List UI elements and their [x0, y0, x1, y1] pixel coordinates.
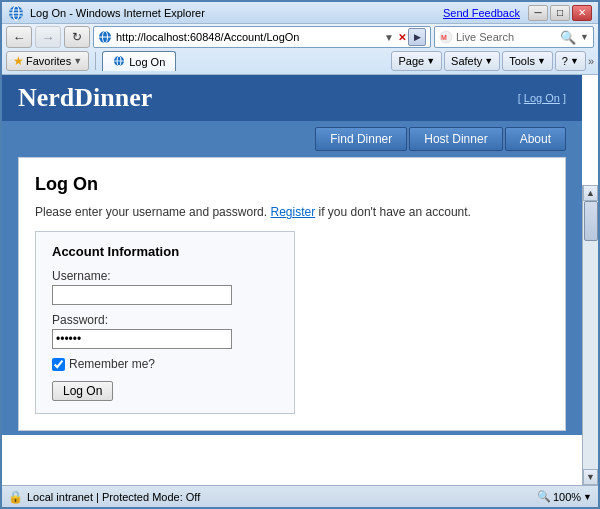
main-content: Log On Please enter your username and pa… — [18, 157, 566, 431]
window-title: Log On - Windows Internet Explorer — [30, 7, 205, 19]
instructions-text: Please enter your username and password.… — [35, 205, 549, 219]
scrollbar-track[interactable] — [583, 201, 598, 469]
toolbar-divider — [95, 52, 96, 70]
about-button[interactable]: About — [505, 127, 566, 151]
password-input[interactable] — [52, 329, 232, 349]
address-dropdown-btn[interactable]: ▼ — [382, 32, 396, 43]
back-arrow-icon: ← — [13, 30, 26, 45]
help-button[interactable]: ? ▼ — [555, 51, 586, 71]
close-button[interactable]: ✕ — [572, 5, 592, 21]
account-info-box: Account Information Username: Password: … — [35, 231, 295, 414]
back-button[interactable]: ← — [6, 26, 32, 48]
find-dinner-button[interactable]: Find Dinner — [315, 127, 407, 151]
maximize-button[interactable]: □ — [550, 5, 570, 21]
refresh-icon: ↻ — [72, 30, 82, 44]
favorites-dropdown-icon[interactable]: ▼ — [73, 56, 82, 66]
extend-btn[interactable]: » — [588, 55, 594, 67]
remember-checkbox[interactable] — [52, 358, 65, 371]
favorites-button[interactable]: ★ Favorites ▼ — [6, 51, 89, 71]
top-link-area: [ Log On ] — [518, 92, 566, 104]
top-link-suffix: ] — [560, 92, 566, 104]
address-bar[interactable]: http://localhost:60848/Account/LogOn ▼ ✕… — [93, 26, 431, 48]
browser-window: Log On - Windows Internet Explorer Send … — [0, 0, 600, 509]
remember-label: Remember me? — [69, 357, 155, 371]
remember-row: Remember me? — [52, 357, 278, 371]
zoom-level: 100% — [553, 491, 581, 503]
status-left: 🔒 Local intranet | Protected Mode: Off — [8, 490, 200, 504]
zone-icon: 🔒 — [8, 490, 23, 504]
page-area: NerdDinner [ Log On ] Find Dinner Host D… — [2, 75, 582, 507]
register-link[interactable]: Register — [270, 205, 315, 219]
app-logo: NerdDinner — [18, 83, 152, 113]
ie-page-icon — [98, 30, 112, 44]
page-label: Page — [398, 55, 424, 67]
logon-button[interactable]: Log On — [52, 381, 113, 401]
username-input[interactable] — [52, 285, 232, 305]
scroll-up-button[interactable]: ▲ — [583, 185, 598, 201]
refresh-button[interactable]: ↻ — [64, 26, 90, 48]
favorites-label: Favorites — [26, 55, 71, 67]
title-bar-left: Log On - Windows Internet Explorer — [8, 5, 205, 21]
minimize-button[interactable]: ─ — [528, 5, 548, 21]
page-button[interactable]: Page ▼ — [391, 51, 442, 71]
tools-label: Tools — [509, 55, 535, 67]
scroll-down-button[interactable]: ▼ — [583, 469, 598, 485]
password-label: Password: — [52, 313, 278, 327]
title-bar: Log On - Windows Internet Explorer Send … — [2, 2, 598, 24]
tab-label: Log On — [129, 56, 165, 68]
safety-button[interactable]: Safety ▼ — [444, 51, 500, 71]
zoom-dropdown-icon[interactable]: ▼ — [583, 492, 592, 502]
star-icon: ★ — [13, 54, 24, 68]
zoom-icon: 🔍 — [537, 490, 551, 503]
safety-dropdown-icon: ▼ — [484, 56, 493, 66]
url-text: http://localhost:60848/Account/LogOn — [116, 31, 382, 43]
tools-dropdown-icon: ▼ — [537, 56, 546, 66]
forward-button[interactable]: → — [35, 26, 61, 48]
address-x-btn[interactable]: ✕ — [396, 32, 408, 43]
send-feedback-link[interactable]: Send Feedback — [443, 7, 520, 19]
username-row: Username: — [52, 269, 278, 305]
status-bar: 🔒 Local intranet | Protected Mode: Off 🔍… — [2, 485, 598, 507]
tab-ie-icon — [113, 55, 125, 69]
zone-text: Local intranet | Protected Mode: Off — [27, 491, 200, 503]
safety-label: Safety — [451, 55, 482, 67]
vertical-scrollbar[interactable]: ▲ ▼ — [582, 185, 598, 485]
forward-arrow-icon: → — [42, 30, 55, 45]
live-search-logo: M — [439, 30, 453, 44]
search-dropdown-icon[interactable]: ▼ — [580, 32, 589, 42]
account-info-title: Account Information — [52, 244, 278, 259]
content-area: NerdDinner [ Log On ] Find Dinner Host D… — [2, 75, 598, 507]
logon-top-link[interactable]: Log On — [524, 92, 560, 104]
app-header: NerdDinner [ Log On ] — [2, 75, 582, 121]
instructions-suffix: if you don't have an account. — [319, 205, 471, 219]
username-label: Username: — [52, 269, 278, 283]
toolbar-area: ← → ↻ http://localhost:60848/Acco — [2, 24, 598, 75]
active-tab[interactable]: Log On — [102, 51, 176, 71]
toolbar-right: Page ▼ Safety ▼ Tools ▼ ? ▼ » — [391, 51, 594, 71]
tools-button[interactable]: Tools ▼ — [502, 51, 553, 71]
go-button[interactable]: ▶ — [408, 28, 426, 46]
help-label: ? — [562, 55, 568, 67]
scrollbar-thumb[interactable] — [584, 201, 598, 241]
help-dropdown-icon: ▼ — [570, 56, 579, 66]
nerddinner-app: NerdDinner [ Log On ] Find Dinner Host D… — [2, 75, 582, 435]
host-dinner-button[interactable]: Host Dinner — [409, 127, 502, 151]
live-search-placeholder: Live Search — [456, 31, 560, 43]
zoom-control[interactable]: 🔍 100% ▼ — [537, 490, 592, 503]
app-nav: Find Dinner Host Dinner About — [2, 121, 582, 157]
nav-bar: ← → ↻ http://localhost:60848/Acco — [6, 26, 594, 48]
search-button[interactable]: 🔍 — [560, 30, 580, 45]
go-icon: ▶ — [414, 32, 421, 42]
page-title: Log On — [35, 174, 549, 195]
svg-text:M: M — [441, 34, 447, 41]
live-search-bar[interactable]: M Live Search 🔍 ▼ — [434, 26, 594, 48]
title-bar-buttons: ─ □ ✕ — [528, 5, 592, 21]
status-right: 🔍 100% ▼ — [537, 490, 592, 503]
favorites-bar: ★ Favorites ▼ Log On — [6, 50, 176, 72]
page-dropdown-icon: ▼ — [426, 56, 435, 66]
password-row: Password: — [52, 313, 278, 349]
ie-icon — [8, 5, 24, 21]
instructions-main: Please enter your username and password. — [35, 205, 267, 219]
